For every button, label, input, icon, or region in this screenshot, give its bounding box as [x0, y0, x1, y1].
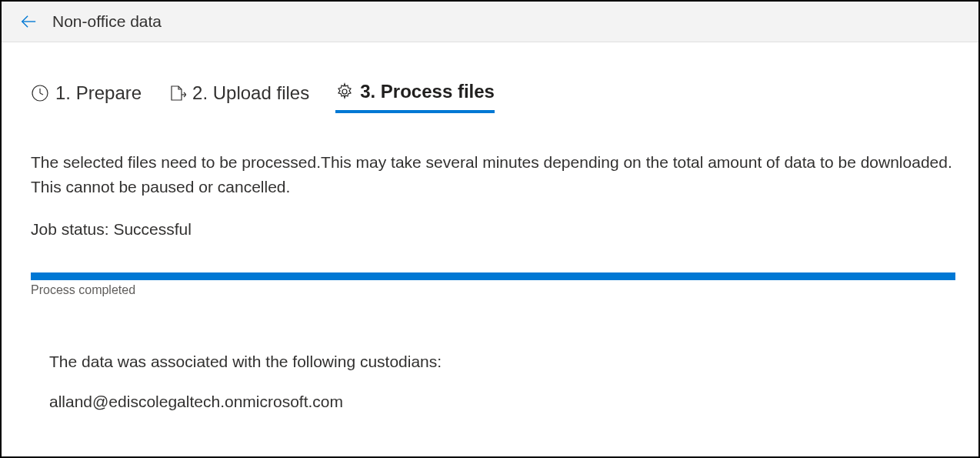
gear-icon — [335, 82, 354, 101]
custodian-section: The data was associated with the followi… — [31, 353, 955, 411]
job-status-value: Successful — [113, 220, 192, 238]
job-status: Job status: Successful — [31, 220, 955, 239]
back-arrow-icon[interactable] — [20, 13, 37, 30]
panel-header: Non-office data — [2, 2, 978, 42]
tab-prepare[interactable]: 1. Prepare — [31, 81, 142, 113]
tab-label: 1. Prepare — [55, 82, 142, 104]
page-title: Non-office data — [52, 12, 162, 31]
upload-file-icon — [168, 84, 186, 102]
clock-icon — [31, 84, 49, 102]
custodian-intro: The data was associated with the followi… — [49, 353, 955, 371]
svg-point-5 — [342, 89, 347, 94]
job-status-label: Job status: — [31, 220, 109, 238]
tab-process-files[interactable]: 3. Process files — [335, 81, 495, 113]
progress-container: Process completed — [31, 272, 955, 297]
tab-label: 3. Process files — [360, 81, 495, 102]
tab-upload-files[interactable]: 2. Upload files — [168, 81, 309, 113]
process-description: The selected files need to be processed.… — [31, 150, 955, 199]
progress-bar — [31, 272, 955, 280]
tab-label: 2. Upload files — [192, 82, 309, 104]
main-content: 1. Prepare 2. Upload files 3. Process fi… — [2, 42, 978, 456]
progress-label: Process completed — [31, 283, 955, 297]
step-tabs: 1. Prepare 2. Upload files 3. Process fi… — [31, 81, 955, 113]
custodian-email: alland@ediscolegaltech.onmicrosoft.com — [49, 393, 955, 411]
svg-line-3 — [40, 93, 43, 95]
